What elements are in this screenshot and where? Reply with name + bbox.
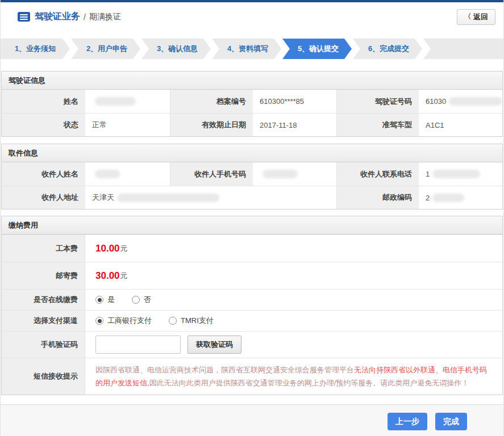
chevron-left-icon: 〈 xyxy=(464,12,471,22)
mailing-fee-value: 30.00 元 xyxy=(85,262,502,289)
radio-selected-icon xyxy=(95,296,103,304)
online-payment-label: 是否在线缴费 xyxy=(2,290,85,310)
channel-icbc-label: 工商银行支付 xyxy=(107,316,152,326)
fees-panel: 缴纳费用 工本费 10.00 元 邮寄费 30.00 元 是否在线缴费 是 否 … xyxy=(1,216,503,395)
channel-tmri-label: TMRI支付 xyxy=(181,316,214,326)
previous-step-button[interactable]: 上一步 xyxy=(388,413,427,430)
redacted-name xyxy=(95,97,136,106)
license-info-table: 姓名 档案编号 610300****85 驾驶证号码 61030 状态 正常 有… xyxy=(2,90,502,136)
online-payment-no-label: 否 xyxy=(144,295,151,305)
sms-notice-label: 短信接收提示 xyxy=(2,358,85,395)
recipient-name-value xyxy=(85,162,170,186)
mailing-fee-amount: 30.00 xyxy=(95,270,120,282)
file-number-label: 档案编号 xyxy=(170,90,253,113)
fees-panel-title: 缴纳费用 xyxy=(2,216,502,234)
online-payment-no-radio[interactable]: 否 xyxy=(132,295,151,305)
redacted-recipient-phone xyxy=(432,170,480,178)
channel-tmri-radio[interactable]: TMRI支付 xyxy=(169,316,214,326)
vehicle-class-value: A1C1 xyxy=(419,113,502,136)
verification-code-row: 手机验证码 获取验证码 xyxy=(2,331,502,358)
redacted-license-number xyxy=(449,97,502,106)
file-number-value: 610300****85 xyxy=(253,90,336,113)
name-label: 姓名 xyxy=(2,90,85,113)
license-number-label: 驾驶证号码 xyxy=(336,90,419,113)
step-wizard: 1、业务须知 2、用户申告 3、确认信息 4、资料填写 5、确认提交 6、完成提… xyxy=(1,39,503,59)
pickup-info-panel: 取件信息 收件人姓名 收件人手机号码 收件人联系电话 1 收件人地址 天津天 邮… xyxy=(1,144,503,209)
verification-code-label: 手机验证码 xyxy=(2,332,85,358)
radio-selected-icon xyxy=(95,317,103,325)
wizard-step-4: 4、资料填写 xyxy=(212,39,281,59)
online-payment-options: 是 否 xyxy=(85,290,502,310)
license-info-panel: 驾驶证信息 姓名 档案编号 610300****85 驾驶证号码 61030 状… xyxy=(1,71,503,137)
pickup-info-table: 收件人姓名 收件人手机号码 收件人联系电话 1 收件人地址 天津天 邮政编码 2 xyxy=(2,162,502,209)
wizard-step-6: 6、完成提交 xyxy=(353,39,422,59)
expiry-value: 2017-11-18 xyxy=(253,113,336,136)
payment-channel-options: 工商银行支付 TMRI支付 xyxy=(85,311,502,331)
online-payment-yes-radio[interactable]: 是 xyxy=(95,295,115,305)
pickup-panel-title: 取件信息 xyxy=(2,144,502,162)
mailing-fee-row: 邮寄费 30.00 元 xyxy=(2,262,502,289)
recipient-address-label: 收件人地址 xyxy=(2,186,85,209)
wizard-step-1: 1、业务须知 xyxy=(1,39,70,59)
status-label: 状态 xyxy=(2,113,85,136)
wizard-step-5-active: 5、确认提交 xyxy=(282,39,352,59)
verification-code-controls: 获取验证码 xyxy=(85,332,502,358)
breadcrumb-separator: / xyxy=(84,12,86,22)
back-button[interactable]: 〈 返回 xyxy=(457,9,495,25)
postal-code-value: 2 xyxy=(419,186,502,209)
name-value xyxy=(85,90,170,113)
postal-code-label: 邮政编码 xyxy=(336,186,419,209)
sms-notice-part3: 因此无法向此类用户提供陕西省交通管理业务的网上办理/预约等服务。请此类用户避免无… xyxy=(149,379,469,387)
production-fee-unit: 元 xyxy=(120,244,128,254)
page-header: 驾驶证业务 / 期满换证 〈 返回 xyxy=(1,2,503,31)
payment-channel-row: 选择支付渠道 工商银行支付 TMRI支付 xyxy=(2,310,502,331)
radio-unselected-icon xyxy=(169,317,177,325)
license-number-value: 61030 xyxy=(419,90,502,113)
recipient-mobile-value xyxy=(253,162,336,186)
wizard-filler xyxy=(423,39,503,59)
recipient-phone-value: 1 xyxy=(419,162,502,186)
recipient-address-value: 天津天 xyxy=(85,186,336,209)
redacted-recipient-mobile xyxy=(263,170,298,178)
online-payment-yes-label: 是 xyxy=(107,295,115,305)
recipient-name-label: 收件人姓名 xyxy=(2,162,85,186)
wizard-step-3: 3、确认信息 xyxy=(141,39,211,59)
payment-channel-label: 选择支付渠道 xyxy=(2,311,85,331)
expiry-label: 有效期止日期 xyxy=(170,113,253,136)
status-value: 正常 xyxy=(85,113,170,136)
get-verification-code-button[interactable]: 获取验证码 xyxy=(188,336,241,354)
production-fee-value: 10.00 元 xyxy=(85,235,502,262)
document-list-icon xyxy=(18,12,30,22)
mailing-fee-label: 邮寄费 xyxy=(2,262,85,289)
sms-notice-text: 因陕西省联通、电信运营商技术问题，陕西省互联网交通安全综合服务管理平台无法向持陕… xyxy=(85,358,502,395)
verification-code-input[interactable] xyxy=(95,336,181,354)
online-payment-row: 是否在线缴费 是 否 xyxy=(2,289,502,310)
recipient-mobile-label: 收件人手机号码 xyxy=(170,162,253,186)
finish-button[interactable]: 完成 xyxy=(435,413,467,430)
production-fee-label: 工本费 xyxy=(2,235,85,262)
breadcrumb-secondary: 期满换证 xyxy=(89,12,121,22)
sms-notice-part1: 因陕西省联通、电信运营商技术问题，陕西省互联网交通安全综合服务管理平台 xyxy=(95,366,354,374)
radio-unselected-icon xyxy=(132,296,140,304)
sms-notice-row: 短信接收提示 因陕西省联通、电信运营商技术问题，陕西省互联网交通安全综合服务管理… xyxy=(2,358,502,395)
recipient-phone-label: 收件人联系电话 xyxy=(336,162,419,186)
production-fee-row: 工本费 10.00 元 xyxy=(2,234,502,262)
footer-action-bar: 上一步 完成 xyxy=(1,404,503,436)
redacted-recipient-name xyxy=(95,170,120,178)
production-fee-amount: 10.00 xyxy=(95,243,120,254)
vehicle-class-label: 准驾车型 xyxy=(336,113,419,136)
wizard-step-2: 2、用户申告 xyxy=(71,39,140,59)
redacted-postal-code xyxy=(432,194,464,202)
license-panel-title: 驾驶证信息 xyxy=(2,72,502,90)
back-button-label: 返回 xyxy=(473,12,488,22)
redacted-recipient-address xyxy=(117,194,219,202)
mailing-fee-unit: 元 xyxy=(120,271,128,281)
channel-icbc-radio[interactable]: 工商银行支付 xyxy=(95,316,152,326)
breadcrumb-primary: 驾驶证业务 xyxy=(35,11,80,23)
